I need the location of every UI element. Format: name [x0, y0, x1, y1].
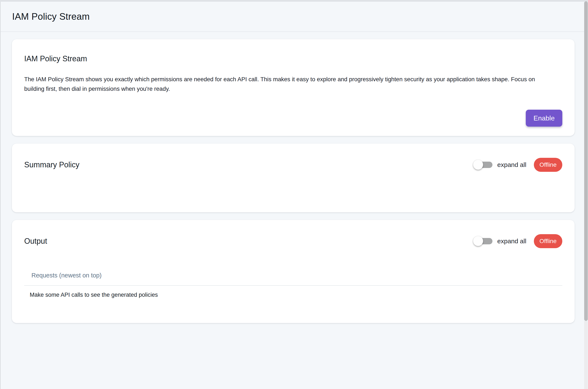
- summary-status-badge: Offline: [534, 158, 562, 172]
- output-header-row: Output expand all Offline: [24, 233, 562, 250]
- requests-divider: [24, 285, 562, 286]
- main-content: IAM Policy Stream The IAM Policy Stream …: [1, 32, 588, 323]
- requests-heading: Requests (newest on top): [24, 272, 562, 279]
- output-expand-all-label: expand all: [497, 238, 526, 245]
- page-title: IAM Policy Stream: [12, 11, 90, 22]
- requests-empty-message: Make some API calls to see the generated…: [24, 292, 562, 298]
- intro-card-actions: Enable: [24, 110, 562, 127]
- summary-expand-all-toggle-knob[interactable]: [473, 160, 483, 170]
- summary-policy-header-row: Summary Policy expand all Offline: [24, 156, 562, 173]
- window-top-strip: [0, 0, 588, 2]
- vertical-scrollbar-thumb[interactable]: [584, 1, 588, 321]
- output-controls: expand all Offline: [475, 234, 562, 248]
- summary-policy-heading: Summary Policy: [24, 160, 79, 169]
- intro-card: IAM Policy Stream The IAM Policy Stream …: [12, 39, 575, 136]
- vertical-scrollbar-track[interactable]: [584, 321, 588, 389]
- enable-button[interactable]: Enable: [526, 110, 562, 127]
- output-expand-all-toggle[interactable]: [475, 238, 492, 244]
- vertical-scrollbar[interactable]: [584, 1, 588, 389]
- summary-policy-controls: expand all Offline: [475, 158, 562, 172]
- requests-section: Requests (newest on top) Make some API c…: [24, 272, 562, 298]
- summary-policy-card: Summary Policy expand all Offline: [12, 144, 575, 212]
- output-expand-all-toggle-knob[interactable]: [473, 236, 483, 246]
- summary-expand-all-toggle[interactable]: [475, 162, 492, 168]
- output-card: Output expand all Offline Requests (newe…: [12, 220, 575, 323]
- summary-expand-all-label: expand all: [497, 161, 526, 168]
- intro-card-description: The IAM Policy Stream shows you exactly …: [24, 74, 549, 94]
- output-status-badge: Offline: [534, 234, 562, 248]
- app-container: IAM Policy Stream IAM Policy Stream The …: [0, 2, 588, 389]
- intro-card-heading: IAM Policy Stream: [24, 54, 562, 64]
- page-header: IAM Policy Stream: [1, 2, 588, 32]
- output-heading: Output: [24, 236, 47, 246]
- iam-policy-stream-page: { "page": { "title": "IAM Policy Stream"…: [0, 0, 588, 389]
